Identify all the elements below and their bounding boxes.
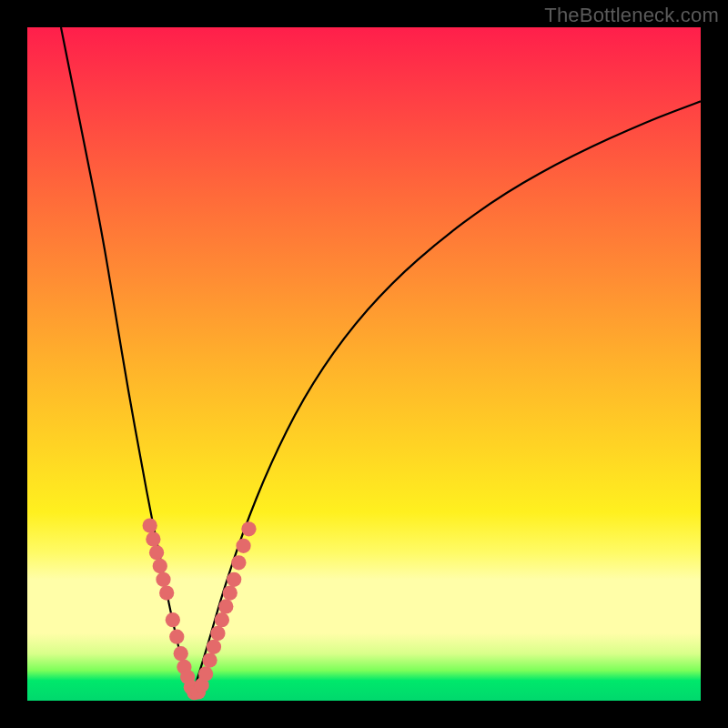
data-marker [166, 612, 180, 627]
data-marker [218, 599, 233, 613]
data-marker [198, 666, 213, 681]
data-marker [227, 572, 241, 587]
attribution-label: TheBottleneck.com [544, 4, 719, 27]
data-marker [169, 630, 184, 644]
data-marker [202, 652, 217, 667]
data-marker [215, 612, 229, 627]
data-marker [143, 518, 157, 532]
curve-right-branch [192, 101, 701, 693]
data-marker [149, 545, 164, 560]
data-marker [207, 640, 221, 654]
data-marker [210, 626, 225, 641]
chart-frame: TheBottleneck.com [0, 0, 728, 728]
data-markers [143, 518, 257, 700]
data-marker [156, 572, 170, 587]
data-marker [231, 555, 246, 570]
data-marker [241, 521, 256, 536]
data-marker [223, 585, 238, 600]
plot-area [27, 27, 701, 701]
data-marker [153, 559, 167, 573]
data-marker [236, 539, 250, 553]
data-marker [174, 646, 188, 661]
data-marker [146, 531, 160, 546]
data-marker [159, 585, 174, 600]
curve-layer [27, 27, 701, 701]
